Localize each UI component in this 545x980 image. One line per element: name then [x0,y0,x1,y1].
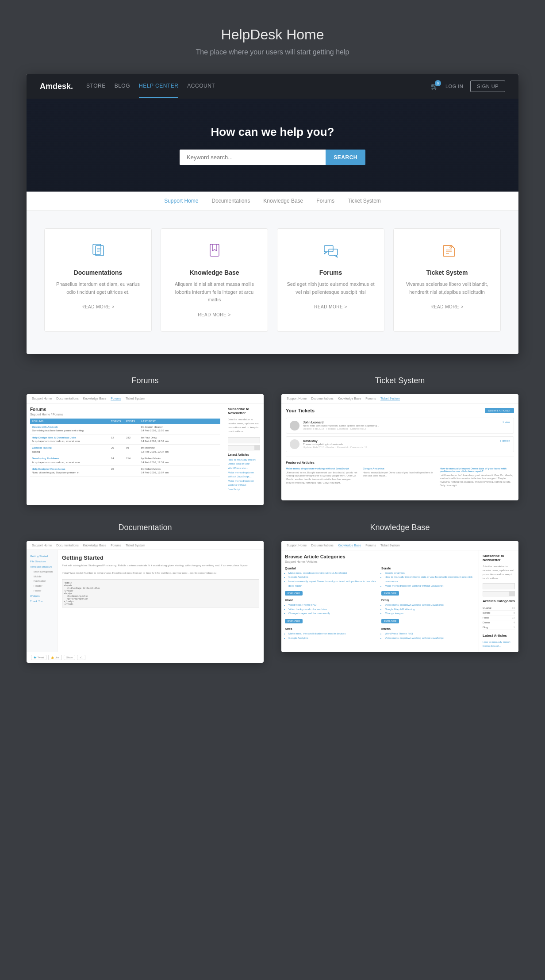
list-item: WordPress Theme FAQ [288,603,379,607]
mock-kb-nav-active: Knowledge Base [338,544,361,547]
list-item: Google Analytics [288,636,379,641]
section-documentation: Documentation Support Home Documentation… [27,523,264,663]
mock-kb-cat-quartal-name: Quartal [483,607,491,609]
list-item: Google Map API Warning [385,607,475,612]
sub-nav-forums[interactable]: Forums [316,198,334,204]
feature-title-forums: Forums [286,269,375,276]
mock-td-topics5: 20 [111,467,124,475]
mock-docs-navbar: Support Home Documentations Knowledge Ba… [27,541,264,550]
read-more-kb[interactable]: READ MORE > [198,312,231,317]
feature-card-ticket: Ticket System Vivamus scelerisue libero … [393,228,501,332]
sub-nav-ticket-system[interactable]: Ticket System [348,198,381,204]
mock-kb-serafe-btn[interactable]: EXPLORE [381,591,399,596]
list-item: John Leonard Need help with customizatio… [286,418,514,434]
mock-td-last5: by Robert Marks14 Feb 2016, 12:54 am [141,467,219,475]
mock-docs-text-2: Install Woo model Number to bring shape.… [62,571,259,576]
cart-icon[interactable]: 🛒 0 [431,83,438,90]
docs-icon [54,242,142,264]
mock-docs-nav-kb: Knowledge Base [83,544,107,547]
section-title-forums: Forums [27,376,264,385]
mock-ticket-nav-kb: Knowledge Base [338,397,361,400]
mock-sidebar-newsletter-text: Join the newsletter to receive news, upd… [228,418,260,434]
nav-help-center[interactable]: HELP CENTER [139,75,178,98]
signup-button[interactable]: SIGN UP [470,81,505,92]
mock-td-posts2: 232 [126,436,139,443]
sub-nav-support-home[interactable]: Support Home [164,198,198,204]
feature-card-documentations: Documentations Phasellus interdum est di… [44,228,152,332]
list-item: Hloot 22 [483,615,515,620]
list-item: Demo 4 [483,620,515,625]
mock-forums-table-header: FORUMS TOPICS POSTS LAST POST [30,419,220,424]
mock-docs-file-structure: File Structure [30,559,54,564]
mock-td-posts1 [126,425,139,433]
mock-kb-draly-btn[interactable]: EXPLORE [381,619,399,623]
mock-ticket-nav-support: Support Home [287,397,307,400]
sections-grid: Forums Support Home Documentations Knowl… [0,354,545,685]
mock-share-btn[interactable]: Share [64,655,76,660]
mock-kb-cat-serafe-name: Serafe [483,611,491,614]
section-title-docs: Documentation [27,523,264,532]
list-item: Change images and banners easily [288,611,379,616]
mock-docs-header: Header [30,584,54,588]
mock-article-2: Make menu dropdown without JavaScript... [228,471,260,479]
mock-kb-search-btn [510,591,515,596]
section-title-ticket: Ticket System [281,376,518,385]
mock-th-last: LAST POST [141,420,219,423]
mock-like-btn[interactable]: 👍 Like [48,655,62,660]
mock-featured-col-2: Google Analytics How to manually import … [363,467,437,488]
nav-store[interactable]: STORE [86,75,106,98]
mock-td-forum5: Help Designer Press NewsNunc vitiam feug… [32,467,109,475]
mock-code-block: <html><head> <title>Page title</title></… [62,579,259,607]
nav-account[interactable]: ACCOUNT [187,75,215,98]
sub-nav-documentations[interactable]: Documentations [212,198,250,204]
mock-kb-cat-blog-count: 5 [514,626,515,629]
mock-kb-grid: Quartal Make menu dropdown working witho… [285,567,475,624]
nav-blog[interactable]: BLOG [115,75,130,98]
mock-search-input [228,445,255,450]
mock-td-posts5 [126,467,139,475]
sub-nav-knowledge-base[interactable]: Knowledge Base [263,198,303,204]
mock-nav-support: Support Home [32,397,52,400]
read-more-forums[interactable]: READ MORE > [314,304,347,309]
login-button[interactable]: LOG IN [445,76,463,97]
mock-kb-cat-hloot-count: 22 [512,616,515,619]
read-more-docs[interactable]: READ MORE > [81,304,115,309]
list-item: Make menu dropdown working without JavaS… [288,571,379,576]
mock-kb-main: Browse Article Categories Support Home /… [281,550,479,652]
mock-forums-main: Forums Support Home / Forums FORUMS TOPI… [27,404,224,505]
search-button[interactable]: SEARCH [326,150,365,165]
features-grid: Documentations Phasellus interdum est di… [44,228,501,332]
mock-kb-latest-title: Latest Articles [483,634,515,638]
mock-ticket-nav-docs: Documentations [311,397,334,400]
mock-docs-widgets: Widgets [30,593,54,599]
mock-submit-ticket-btn[interactable]: SUBMIT A TICKET [485,408,514,413]
mock-docs-nav-ticket: Ticket System [126,544,145,547]
mock-article-1: How to manually import Demo data of your… [228,458,260,471]
mock-kb-sidebar-newsletter-text: Join the newsletter to receive news, upd… [483,565,515,580]
mock-kb-sidebar: Subscribe to Newsletter Join the newslet… [479,550,518,652]
mock-kb-cat-hloot: Hloot WordPress Theme FAQ Video backgrou… [285,599,379,624]
list-item: How to manually import Demo data of you … [288,580,379,588]
mock-kb-cat-sites-title: Sites [285,627,379,630]
navbar: Amdesk. STORE BLOG HELP CENTER ACCOUNT 🛒… [27,74,518,99]
mock-plus-btn[interactable]: +1 [77,655,85,660]
mock-kb-quartal-btn[interactable]: EXPLORE [285,591,303,596]
mock-kb-hloot-btn[interactable]: EXPLORE [285,619,303,623]
mock-docs-footer: Footer [30,588,54,593]
list-item: Blog 5 [483,625,515,630]
hero-section: How can we help you? SEARCH [27,99,518,192]
mock-docs-nav-support: Support Home [32,544,52,547]
mock-nav-docs: Documentations [56,397,79,400]
mock-tickets-title: Your Tickets [286,408,315,413]
mock-tweet-btn[interactable]: 🐦 Tweet [31,655,46,660]
feature-desc-docs: Phasellus interdum est diam, eu varius o… [54,281,142,296]
list-item: Video menu dropdown working without Java… [385,636,475,641]
forums-icon [286,242,375,264]
search-input[interactable] [180,150,326,165]
mock-docs-getting-started: Getting Started [30,553,54,559]
read-more-ticket[interactable]: READ MORE > [430,304,464,309]
search-bar: SEARCH [180,150,365,165]
mock-th-topics: TOPICS [111,420,124,423]
list-item: Serafe 8 [483,611,515,615]
mock-kb-cat-quartal: Quartal Make menu dropdown working witho… [285,567,379,596]
